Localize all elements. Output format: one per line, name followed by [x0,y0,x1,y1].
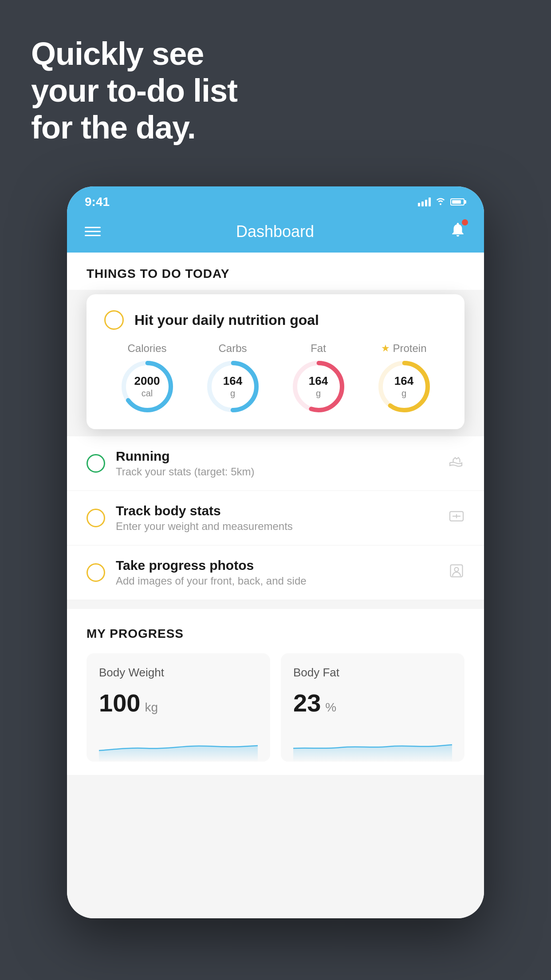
protein-unit: g [394,388,413,399]
todo-title-photos: Take progress photos [116,558,438,573]
todo-info-photos: Take progress photos Add images of your … [116,558,438,587]
nutrition-calories: Calories 2000 cal [121,342,174,413]
shoe-icon [449,454,464,473]
todo-title-running: Running [116,449,438,464]
phone-content: THINGS TO DO TODAY Hit your daily nutrit… [67,253,484,918]
hamburger-button[interactable] [85,227,101,236]
nav-title: Dashboard [236,222,314,241]
hero-headline: Quickly see your to-do list for the day. [31,36,237,146]
todo-checkbox-running[interactable] [87,454,105,473]
carbs-unit: g [223,388,242,399]
star-icon: ★ [381,343,390,354]
todo-item-photos[interactable]: Take progress photos Add images of your … [67,545,484,600]
calories-label: Calories [127,342,166,355]
todo-subtitle-body-stats: Enter your weight and measurements [116,520,438,533]
fat-unit: g [309,388,328,399]
signal-icon [418,198,431,206]
calories-unit: cal [134,388,160,399]
nutrition-card[interactable]: Hit your daily nutrition goal Calories 2 [87,294,464,429]
todo-info-body-stats: Track body stats Enter your weight and m… [116,503,438,533]
nutrition-fat: Fat 164 g [292,342,345,413]
notification-bell-button[interactable] [449,221,466,242]
protein-label: ★ Protein [381,342,426,355]
calories-donut: 2000 cal [121,360,174,413]
fat-value: 164 [309,374,328,388]
todo-item-body-stats[interactable]: Track body stats Enter your weight and m… [67,491,484,545]
phone-mockup: 9:41 Dashboard [67,186,484,918]
fat-donut: 164 g [292,360,345,413]
body-weight-value-row: 100 kg [99,688,258,717]
todo-list: Running Track your stats (target: 5km) [67,436,484,600]
todo-subtitle-running: Track your stats (target: 5km) [116,466,438,478]
svg-point-12 [455,568,459,572]
body-fat-sparkline [293,731,452,762]
wifi-icon [435,196,446,208]
nutrition-protein: ★ Protein 164 g [378,342,431,413]
task-checkbox[interactable] [104,310,124,330]
status-bar: 9:41 [67,186,484,213]
progress-section: MY PROGRESS Body Weight 100 kg [67,609,484,775]
body-weight-value: 100 [99,688,140,717]
notification-dot [462,219,468,225]
scale-icon [449,508,464,528]
protein-donut: 164 g [378,360,431,413]
todo-checkbox-photos[interactable] [87,563,105,582]
status-time: 9:41 [85,195,110,209]
phone-frame: 9:41 Dashboard [67,186,484,918]
body-fat-card[interactable]: Body Fat 23 % [281,653,464,762]
body-weight-title: Body Weight [99,666,258,680]
body-fat-value: 23 [293,688,321,717]
body-fat-title: Body Fat [293,666,452,680]
nutrition-row: Calories 2000 cal [104,342,447,413]
nav-bar: Dashboard [67,213,484,253]
carbs-label: Carbs [218,342,247,355]
todo-checkbox-body-stats[interactable] [87,509,105,527]
body-weight-sparkline [99,731,258,762]
battery-icon [450,198,466,205]
todo-title-body-stats: Track body stats [116,503,438,518]
todo-subtitle-photos: Add images of your front, back, and side [116,575,438,587]
card-title-row: Hit your daily nutrition goal [104,310,447,330]
calories-value: 2000 [134,374,160,388]
progress-header: MY PROGRESS [87,627,464,641]
todo-info-running: Running Track your stats (target: 5km) [116,449,438,478]
body-weight-card[interactable]: Body Weight 100 kg [87,653,270,762]
body-fat-value-row: 23 % [293,688,452,717]
status-icons [418,196,466,208]
person-icon [449,563,464,582]
body-fat-unit: % [325,700,336,715]
protein-value: 164 [394,374,413,388]
todo-item-running[interactable]: Running Track your stats (target: 5km) [67,436,484,491]
card-title: Hit your daily nutrition goal [134,312,319,328]
carbs-donut: 164 g [206,360,260,413]
carbs-value: 164 [223,374,242,388]
progress-cards: Body Weight 100 kg [87,653,464,762]
body-weight-unit: kg [145,700,158,715]
nutrition-carbs: Carbs 164 g [206,342,260,413]
fat-label: Fat [311,342,326,355]
things-to-do-header: THINGS TO DO TODAY [67,253,484,290]
